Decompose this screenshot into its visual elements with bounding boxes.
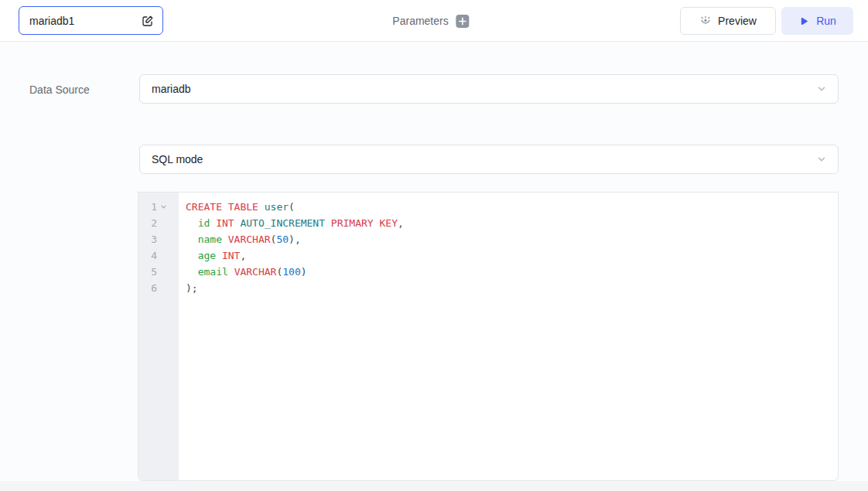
plus-icon [459, 17, 467, 26]
parameters-label: Parameters [392, 15, 448, 27]
chevron-down-icon [816, 84, 827, 94]
line-number: 5 [138, 264, 179, 280]
sql-dataset-editor-screen: mariadb1 Parameters [0, 0, 868, 491]
code-line[interactable]: CREATE TABLE user( [186, 199, 838, 215]
run-label: Run [816, 15, 836, 27]
chevron-down-icon [816, 154, 827, 165]
fold-chevron-icon[interactable] [157, 203, 169, 210]
dataset-name-value: mariadb1 [29, 15, 142, 27]
eye-icon [699, 15, 712, 27]
edit-icon[interactable] [142, 15, 154, 27]
query-mode-select[interactable]: SQL mode [139, 145, 839, 174]
code-line[interactable]: email VARCHAR(100) [186, 264, 838, 280]
toolbar-actions: Preview Run [680, 7, 853, 35]
code-line[interactable]: ); [186, 280, 838, 296]
line-number: 4 [138, 247, 179, 264]
editor-code[interactable]: CREATE TABLE user( id INT AUTO_INCREMENT… [179, 193, 838, 480]
play-icon [798, 15, 810, 27]
code-line[interactable]: age INT, [186, 247, 838, 264]
line-number: 6 [138, 280, 179, 296]
dataset-name-input[interactable]: mariadb1 [19, 6, 163, 35]
add-parameter-button[interactable] [456, 15, 470, 28]
code-line[interactable]: id INT AUTO_INCREMENT PRIMARY KEY, [186, 215, 838, 231]
data-source-label: Data Source [29, 84, 90, 96]
parameters-group: Parameters [392, 0, 469, 42]
page-background-strip [0, 481, 868, 491]
run-button[interactable]: Run [781, 7, 853, 35]
data-source-select[interactable]: mariadb [139, 74, 839, 104]
toolbar: mariadb1 Parameters [0, 0, 868, 42]
code-line[interactable]: name VARCHAR(50), [186, 231, 838, 247]
line-number: 2 [138, 215, 179, 231]
line-number: 1 [138, 199, 179, 215]
editor-gutter: 123456 [138, 193, 179, 480]
line-number: 3 [138, 231, 179, 247]
sql-editor[interactable]: 123456 CREATE TABLE user( id INT AUTO_IN… [138, 192, 839, 481]
data-source-value: mariadb [152, 83, 816, 95]
query-mode-value: SQL mode [152, 153, 816, 165]
preview-label: Preview [718, 15, 757, 27]
preview-button[interactable]: Preview [680, 7, 776, 35]
